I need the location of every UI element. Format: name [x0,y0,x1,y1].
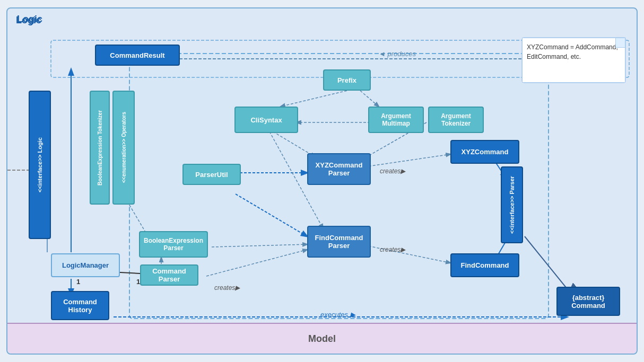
argument-tokenizer-box: Argument Tokenizer [428,107,484,133]
prefix-box: Prefix [323,69,371,91]
cli-syntax-label: CliSyntax [250,116,282,124]
produces-label: ◄ produces [379,50,416,58]
boolean-parser-box: BooleanExpression Parser [139,231,208,258]
parser-util-box: ParserUtil [182,164,241,185]
svg-line-15 [360,91,379,107]
logic-interface-label: <<interface>> Logic [37,137,43,192]
cli-syntax-box: CliSyntax [234,107,298,133]
boolean-tokenizer-box: BooleanExpression Tokenizer [90,91,110,205]
logic-manager-label: LogicManager [62,261,109,269]
find-parser-label: FindCommand Parser [311,234,367,250]
xyz-command-box: XYZCommand [450,140,519,164]
svg-line-11 [236,194,307,236]
xyz-command-label: XYZCommand [462,148,509,156]
command-history-box: Command History [51,291,109,320]
xyz-parser-label: XYZCommand Parser [311,161,367,177]
command-parser-label: Command Parser [144,267,194,283]
model-section: Model [7,323,637,354]
creates-label-1: creates▶ [380,167,405,175]
argument-tokenizer-label: Argument Tokenizer [432,112,480,127]
xyz-command-parser-box: XYZCommand Parser [307,153,371,185]
svg-line-23 [212,244,307,247]
argument-multimap-label: Argument Multimap [372,112,420,127]
model-label: Model [308,333,336,345]
find-command-box: FindCommand [450,253,519,277]
xyz-note-label: XYZCommand = AddCommand, EditCommand, et… [527,43,618,60]
parser-util-label: ParserUtil [195,171,228,179]
executes-label: executes ▶ [320,311,355,319]
operators-box: <<enumeration>> Operators [112,91,135,205]
boolean-parser-label: BooleanExpression Parser [143,237,204,252]
find-command-label: FindCommand [461,261,509,269]
logic-manager-box: LogicManager [51,253,120,277]
command-parser-box: Command Parser [140,264,198,286]
abstract-command-box: {abstract} Command [556,287,620,316]
logic-interface-box: <<interface>> Logic [29,91,51,239]
creates-label-3: creates▶ [214,284,240,292]
svg-line-18 [360,154,450,167]
find-command-parser-box: FindCommand Parser [307,226,371,258]
svg-line-22 [525,236,570,292]
svg-line-26 [206,250,307,276]
command-result-box: CommandResult [95,45,180,66]
svg-line-14 [281,91,347,107]
xyz-note-box: XYZCommand = AddCommand, EditCommand, et… [522,38,625,83]
main-diagram: Logic [6,7,638,355]
boolean-tokenizer-label: BooleanExpression Tokenizer [97,110,103,185]
number-1-left: 1 [76,278,80,286]
abstract-command-label: {abstract} Command [561,294,616,310]
operators-label: <<enumeration>> Operators [121,112,127,183]
parser-interface-box: <<interface>> Parser [501,166,523,243]
command-result-label: CommandResult [110,51,164,59]
command-history-label: Command History [55,298,105,314]
parser-interface-label: <<interface>> Parser [509,176,515,234]
argument-multimap-box: Argument Multimap [368,107,424,133]
creates-label-2: creates▶ [380,246,405,253]
logic-section-label: Logic [16,15,41,26]
prefix-label: Prefix [337,76,356,84]
number-1-right: 1 [136,278,140,286]
